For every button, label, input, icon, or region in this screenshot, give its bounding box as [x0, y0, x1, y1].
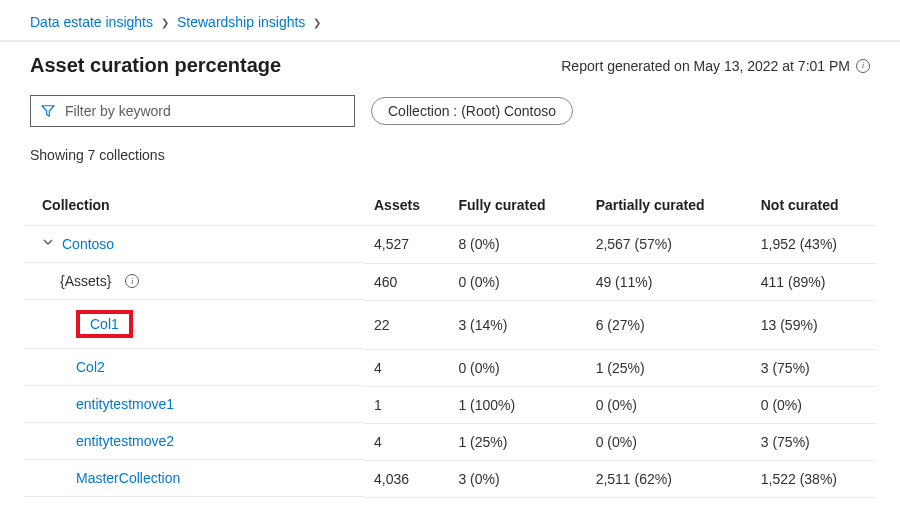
cell-not: 411 (89%): [751, 263, 876, 300]
cell-assets: 22: [364, 300, 448, 349]
cell-not: 1,952 (43%): [751, 226, 876, 264]
breadcrumb-item-stewardship[interactable]: Stewardship insights: [177, 14, 305, 30]
breadcrumb-item-data-estate[interactable]: Data estate insights: [30, 14, 153, 30]
report-generated-label: Report generated on May 13, 2022 at 7:01…: [561, 58, 870, 74]
cell-fully: 1 (25%): [448, 423, 585, 460]
collection-link[interactable]: Col1: [90, 316, 119, 332]
cell-fully: 3 (0%): [448, 460, 585, 497]
report-generated-text: Report generated on May 13, 2022 at 7:01…: [561, 58, 850, 74]
collection-name-cell: MasterCollection: [24, 460, 364, 497]
collection-name-cell: Col1: [24, 300, 364, 349]
col-header-partially-curated[interactable]: Partially curated: [586, 185, 751, 226]
collection-name-cell: entitytestmove1: [24, 386, 364, 423]
cell-partially: 6 (27%): [586, 300, 751, 349]
cell-partially: 0 (0%): [586, 386, 751, 423]
table-row: entitytestmove241 (25%)0 (0%)3 (75%): [24, 423, 876, 460]
page-header: Asset curation percentage Report generat…: [0, 42, 900, 95]
breadcrumb: Data estate insights ❯ Stewardship insig…: [0, 0, 900, 42]
cell-assets: 4,527: [364, 226, 448, 264]
collection-name-cell: Contoso: [24, 226, 364, 263]
cell-partially: 1 (25%): [586, 349, 751, 386]
cell-fully: 8 (0%): [448, 226, 585, 264]
table-row: Col1223 (14%)6 (27%)13 (59%): [24, 300, 876, 349]
table-row: entitytestmove111 (100%)0 (0%)0 (0%): [24, 386, 876, 423]
chevron-down-icon[interactable]: [42, 235, 54, 251]
col-header-not-curated[interactable]: Not curated: [751, 185, 876, 226]
collection-link[interactable]: Contoso: [62, 236, 114, 252]
collection-name-cell: {Assets}i: [24, 263, 364, 300]
collection-link[interactable]: entitytestmove1: [76, 396, 174, 412]
collection-label: {Assets}: [60, 273, 111, 289]
cell-not: 13 (59%): [751, 300, 876, 349]
cell-not: 1,522 (38%): [751, 460, 876, 497]
filter-input-wrapper[interactable]: [30, 95, 355, 127]
col-header-fully-curated[interactable]: Fully curated: [448, 185, 585, 226]
cell-assets: 4: [364, 349, 448, 386]
info-icon[interactable]: i: [125, 274, 139, 288]
collection-filter-pill[interactable]: Collection : (Root) Contoso: [371, 97, 573, 125]
table-row: Col240 (0%)1 (25%)3 (75%): [24, 349, 876, 386]
cell-assets: 4: [364, 423, 448, 460]
chevron-right-icon: ❯: [313, 17, 321, 28]
showing-count: Showing 7 collections: [0, 139, 900, 171]
collection-link[interactable]: Col2: [76, 359, 105, 375]
cell-not: 3 (75%): [751, 349, 876, 386]
highlight-box: Col1: [76, 310, 133, 338]
cell-assets: 1: [364, 386, 448, 423]
controls-row: Collection : (Root) Contoso: [0, 95, 900, 139]
filter-icon: [41, 104, 55, 118]
cell-partially: 0 (0%): [586, 423, 751, 460]
cell-not: 0 (0%): [751, 386, 876, 423]
cell-partially: 2,567 (57%): [586, 226, 751, 264]
collection-link[interactable]: MasterCollection: [76, 470, 180, 486]
collection-link[interactable]: entitytestmove2: [76, 433, 174, 449]
page-title: Asset curation percentage: [30, 54, 281, 77]
cell-assets: 460: [364, 263, 448, 300]
info-icon[interactable]: i: [856, 59, 870, 73]
table-row: Contoso4,5278 (0%)2,567 (57%)1,952 (43%): [24, 226, 876, 264]
table-row: {Assets}i4600 (0%)49 (11%)411 (89%): [24, 263, 876, 300]
cell-assets: 4,036: [364, 460, 448, 497]
cell-partially: 2,511 (62%): [586, 460, 751, 497]
cell-partially: 49 (11%): [586, 263, 751, 300]
col-header-assets[interactable]: Assets: [364, 185, 448, 226]
collections-table: Collection Assets Fully curated Partiall…: [24, 185, 876, 498]
cell-fully: 0 (0%): [448, 349, 585, 386]
col-header-collection[interactable]: Collection: [24, 185, 364, 226]
collection-name-cell: Col2: [24, 349, 364, 386]
cell-fully: 0 (0%): [448, 263, 585, 300]
collection-name-cell: entitytestmove2: [24, 423, 364, 460]
cell-fully: 1 (100%): [448, 386, 585, 423]
cell-not: 3 (75%): [751, 423, 876, 460]
cell-fully: 3 (14%): [448, 300, 585, 349]
filter-keyword-input[interactable]: [65, 103, 344, 119]
chevron-right-icon: ❯: [161, 17, 169, 28]
table-row: MasterCollection4,0363 (0%)2,511 (62%)1,…: [24, 460, 876, 497]
